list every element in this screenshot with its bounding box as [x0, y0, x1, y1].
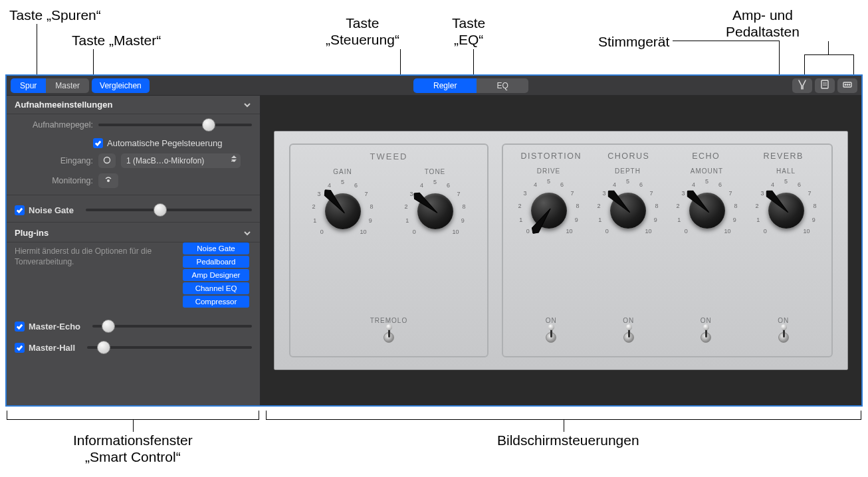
effect-toggle[interactable]	[622, 328, 635, 347]
pedalboard-button[interactable]	[837, 78, 857, 93]
master-echo-label: Master-Echo	[29, 322, 80, 332]
pedalboard-icon	[842, 79, 853, 92]
master-hall-checkbox[interactable]: Master-Hall	[15, 343, 75, 353]
monitoring-button[interactable]	[98, 173, 118, 188]
knob[interactable]: 012345678910	[595, 177, 661, 244]
toolbar: Spur Master Vergleichen Regler EQ	[7, 76, 861, 96]
knob-cell: DRIVE012345678910	[512, 167, 585, 312]
section-title: Plug-ins	[15, 228, 49, 238]
auto-level-checkbox[interactable]: Automatische Pegelsteuerung	[93, 138, 222, 148]
master-hall-label: Master-Hall	[29, 343, 75, 353]
knob[interactable]: 012345678910	[516, 177, 582, 244]
knob-cell: GAIN012345678910	[300, 168, 385, 312]
toggle-label: ON	[546, 317, 557, 324]
toggle-cell: ON	[512, 317, 590, 347]
callout-stimm: Stimmgerät	[598, 33, 669, 50]
callout-info-panel: Informationsfenster „Smart Control“	[73, 432, 193, 465]
toggle-label: ON	[701, 317, 712, 324]
callout-spuren: Taste „Spuren“	[9, 7, 101, 23]
knob[interactable]: 012345678910	[402, 178, 469, 244]
effect-toggle[interactable]	[699, 328, 712, 347]
monitoring-row: Monitoring:	[7, 171, 260, 191]
knob[interactable]: 012345678910	[753, 177, 819, 244]
knob-label: TONE	[425, 168, 446, 175]
toggle-label: ON	[778, 317, 789, 324]
controls-button[interactable]: Regler	[413, 78, 477, 93]
master-hall-row: Master-Hall	[7, 337, 260, 358]
knob-cell: AMOUNT012345678910	[671, 167, 743, 312]
check-icon	[93, 138, 103, 148]
knob-label: AMOUNT	[691, 167, 723, 175]
chevron-down-icon	[243, 229, 252, 238]
column-title: DISTORTION	[512, 151, 590, 167]
check-icon	[15, 322, 25, 332]
callout-eq: Taste „EQ“	[452, 15, 485, 48]
auto-level-row: Automatische Pegelsteuerung	[7, 136, 260, 151]
callout-line	[804, 54, 853, 55]
recording-level-row: Aufnahmepegel:	[7, 114, 260, 136]
input-format-button[interactable]	[98, 153, 116, 168]
svg-point-5	[847, 84, 848, 86]
knob-cell: HALL012345678910	[750, 167, 822, 312]
knob-cell: TONE012345678910	[392, 168, 478, 312]
column-title: CHORUS	[590, 151, 668, 167]
chevron-down-icon	[243, 100, 252, 110]
master-echo-checkbox[interactable]: Master-Echo	[15, 322, 80, 332]
smart-control-inspector: Aufnahmeeinstellungen Aufnahmepegel: Aut…	[7, 96, 261, 405]
noise-gate-row: Noise Gate	[7, 199, 260, 221]
svg-point-7	[104, 157, 110, 163]
knob[interactable]: 012345678910	[674, 177, 740, 244]
input-row: Eingang: 1 (MacB…o-Mikrofon)	[7, 151, 260, 171]
track-master-segmented: Spur Master	[11, 78, 89, 93]
check-icon	[15, 343, 25, 353]
knob[interactable]: 012345678910	[310, 178, 376, 244]
tuner-button[interactable]	[792, 78, 812, 93]
noise-gate-checkbox[interactable]: Noise Gate	[15, 205, 74, 215]
screen-controls-area: TWEED GAIN012345678910TONE012345678910 T…	[261, 96, 861, 405]
tremolo-toggle[interactable]	[382, 328, 395, 347]
monitor-icon	[104, 175, 113, 187]
plugin-pill[interactable]: Noise Gate	[183, 242, 249, 254]
master-button[interactable]: Master	[46, 78, 89, 93]
noise-gate-slider[interactable]	[86, 209, 252, 211]
track-button[interactable]: Spur	[11, 78, 46, 93]
smart-controls-window: Spur Master Vergleichen Regler EQ	[5, 74, 863, 407]
effect-toggle[interactable]	[777, 328, 790, 347]
plugin-pill[interactable]: Compressor	[183, 296, 249, 308]
eq-button[interactable]: EQ	[477, 78, 528, 93]
toggle-cell: ON	[745, 317, 823, 347]
amp-panel-effects: DISTORTIONCHORUSECHOREVERB DRIVE01234567…	[502, 143, 833, 357]
recording-level-label: Aufnahmepegel:	[15, 120, 93, 130]
tuning-fork-icon	[797, 79, 808, 92]
plugins-header[interactable]: Plug-ins	[7, 224, 260, 242]
plugin-pill[interactable]: Amp Designer	[183, 269, 249, 281]
master-echo-row: Master-Echo	[7, 316, 260, 337]
effect-toggle[interactable]	[544, 328, 558, 347]
plugin-pill[interactable]: Pedalboard	[183, 256, 249, 268]
amp-button[interactable]	[815, 78, 835, 93]
input-label: Eingang:	[15, 156, 93, 165]
toggle-label: ON	[623, 317, 634, 324]
section-title: Aufnahmeeinstellungen	[15, 100, 112, 110]
plugins-description: Hiermit änderst du die Optionen für die …	[7, 242, 166, 274]
svg-rect-0	[821, 80, 828, 88]
knob-label: DRIVE	[537, 167, 561, 175]
input-select[interactable]: 1 (MacB…o-Mikrofon)	[121, 153, 241, 168]
toggle-cell: ON	[667, 317, 745, 347]
panel-title: TWEED	[300, 151, 478, 168]
plugin-list: Noise GatePedalboardAmp DesignerChannel …	[183, 242, 249, 308]
master-hall-slider[interactable]	[87, 346, 252, 349]
bracket-info	[7, 411, 259, 420]
master-echo-slider[interactable]	[92, 325, 252, 328]
plugin-pill[interactable]: Channel EQ	[183, 282, 249, 294]
recording-settings-header[interactable]: Aufnahmeeinstellungen	[7, 96, 260, 114]
amp-panel-tweed: TWEED GAIN012345678910TONE012345678910 T…	[289, 143, 488, 357]
monitoring-label: Monitoring:	[15, 176, 93, 185]
recording-level-slider[interactable]	[98, 124, 252, 126]
knob-cell: DEPTH012345678910	[592, 167, 664, 312]
compare-button[interactable]: Vergleichen	[92, 78, 150, 93]
controls-eq-segmented: Regler EQ	[413, 78, 528, 93]
callout-line	[564, 420, 564, 432]
circle-icon	[103, 156, 111, 166]
knob-label: GAIN	[333, 168, 352, 175]
